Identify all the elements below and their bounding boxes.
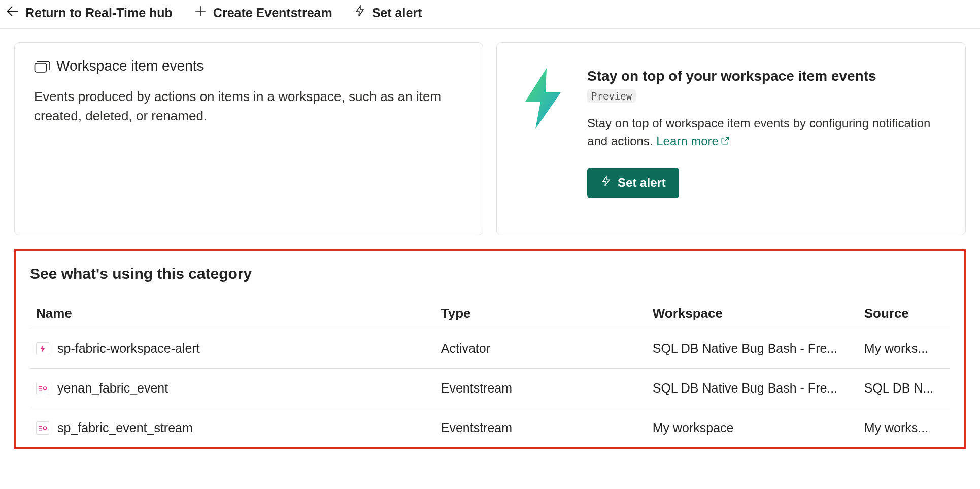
lightning-icon: [354, 4, 366, 21]
table-row[interactable]: sp-fabric-workspace-alertActivatorSQL DB…: [30, 329, 950, 369]
main-content: Workspace item events Events produced by…: [0, 29, 980, 462]
section-title: See what's using this category: [30, 265, 950, 282]
desc-text: Stay on top of workspace item events by …: [587, 116, 930, 148]
top-toolbar: Return to Real-Time hub Create Eventstre…: [0, 0, 980, 29]
plus-icon: [194, 5, 207, 21]
card-title: Workspace item events: [56, 58, 204, 74]
eventstream-icon: [36, 421, 49, 435]
col-header-workspace[interactable]: Workspace: [647, 299, 858, 329]
set-alert-button[interactable]: Set alert: [587, 168, 679, 198]
col-header-name[interactable]: Name: [30, 299, 435, 329]
return-to-hub-button[interactable]: Return to Real-Time hub: [5, 4, 173, 21]
learn-more-link[interactable]: Learn more: [656, 134, 730, 148]
svg-point-2: [44, 427, 47, 430]
cards-row: Workspace item events Events produced by…: [14, 42, 966, 235]
row-source: My works...: [858, 408, 950, 448]
activator-icon: [36, 342, 49, 355]
workspace-events-card: Workspace item events Events produced by…: [14, 42, 483, 235]
external-link-icon: [721, 133, 730, 150]
set-alert-button-label: Set alert: [618, 176, 666, 190]
bolt-large-icon: [520, 68, 564, 131]
row-workspace: SQL DB Native Bug Bash - Fre...: [647, 369, 858, 408]
row-type: Activator: [435, 329, 647, 369]
eventstream-icon: [36, 382, 49, 395]
back-arrow-icon: [5, 4, 19, 21]
row-name: sp_fabric_event_stream: [57, 420, 193, 435]
create-label: Create Eventstream: [213, 6, 332, 20]
set-alert-toolbar-button[interactable]: Set alert: [354, 4, 422, 21]
stay-on-top-card: Stay on top of your workspace item event…: [496, 42, 966, 235]
table-header-row: Name Type Workspace Source: [30, 299, 950, 329]
usage-table: Name Type Workspace Source sp-fabric-wor…: [30, 299, 950, 447]
row-workspace: My workspace: [647, 408, 858, 448]
return-label: Return to Real-Time hub: [25, 6, 173, 20]
row-source: SQL DB N...: [858, 369, 950, 408]
card-description: Events produced by actions on items in a…: [34, 87, 463, 125]
set-alert-label: Set alert: [372, 6, 422, 20]
col-header-source[interactable]: Source: [858, 299, 950, 329]
create-eventstream-button[interactable]: Create Eventstream: [194, 5, 332, 21]
card-header: Workspace item events: [34, 58, 463, 74]
row-source: My works...: [858, 329, 950, 369]
row-name: yenan_fabric_event: [57, 381, 168, 396]
workspace-stack-icon: [34, 59, 50, 73]
svg-point-1: [44, 387, 47, 390]
table-row[interactable]: sp_fabric_event_streamEventstreamMy work…: [30, 408, 950, 448]
card-right-content: Stay on top of your workspace item event…: [587, 68, 942, 198]
category-usage-section: See what's using this category Name Type…: [14, 249, 966, 449]
preview-badge: Preview: [587, 89, 636, 103]
row-type: Eventstream: [435, 408, 647, 448]
table-row[interactable]: yenan_fabric_eventEventstreamSQL DB Nati…: [30, 369, 950, 408]
row-type: Eventstream: [435, 369, 647, 408]
row-workspace: SQL DB Native Bug Bash - Fre...: [647, 329, 858, 369]
lightning-icon: [600, 175, 612, 191]
row-name: sp-fabric-workspace-alert: [57, 341, 200, 356]
col-header-type[interactable]: Type: [435, 299, 647, 329]
table-body: sp-fabric-workspace-alertActivatorSQL DB…: [30, 329, 950, 448]
card-right-title: Stay on top of your workspace item event…: [587, 68, 942, 84]
svg-rect-0: [35, 63, 47, 72]
card-right-description: Stay on top of workspace item events by …: [587, 115, 942, 150]
